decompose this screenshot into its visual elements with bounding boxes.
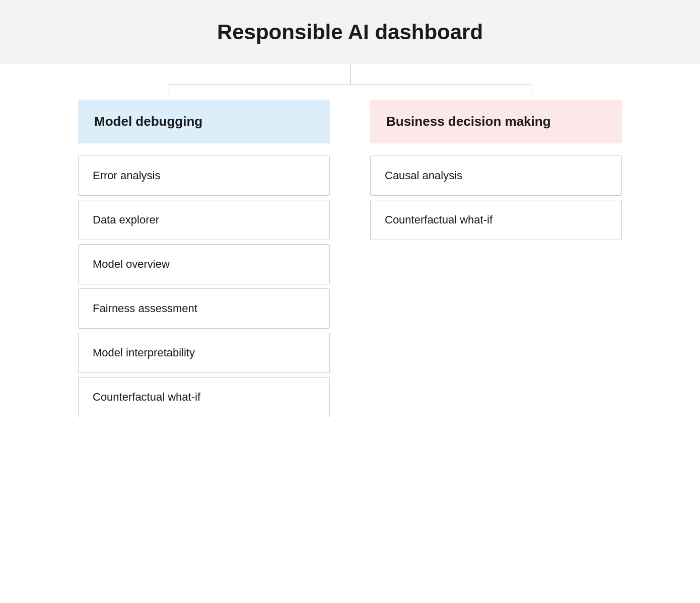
model-debugging-header: Model debugging (78, 100, 330, 143)
columns-wrapper: Model debugging Error analysis Data expl… (0, 100, 700, 417)
left-branch-drop (169, 85, 169, 100)
list-item[interactable]: Counterfactual what-if (370, 200, 622, 240)
horizontal-line (169, 85, 531, 85)
business-decision-making-header: Business decision making (370, 100, 622, 143)
list-item[interactable]: Model overview (78, 244, 330, 284)
list-item[interactable]: Data explorer (78, 200, 330, 240)
right-branch-drop (531, 85, 531, 100)
header: Responsible AI dashboard (0, 0, 700, 64)
tree-root-connector (0, 64, 700, 100)
page-title: Responsible AI dashboard (10, 20, 690, 44)
list-item[interactable]: Counterfactual what-if (78, 377, 330, 417)
business-decision-making-column: Business decision making Causal analysis… (370, 100, 622, 240)
list-item[interactable]: Error analysis (78, 156, 330, 196)
list-item[interactable]: Fairness assessment (78, 288, 330, 329)
vertical-line-root (350, 64, 351, 85)
page-container: Responsible AI dashboard Model debugging… (0, 0, 700, 417)
horizontal-branch-container (169, 85, 531, 100)
list-item[interactable]: Causal analysis (370, 156, 622, 196)
model-debugging-column: Model debugging Error analysis Data expl… (78, 100, 330, 417)
list-item[interactable]: Model interpretability (78, 333, 330, 373)
